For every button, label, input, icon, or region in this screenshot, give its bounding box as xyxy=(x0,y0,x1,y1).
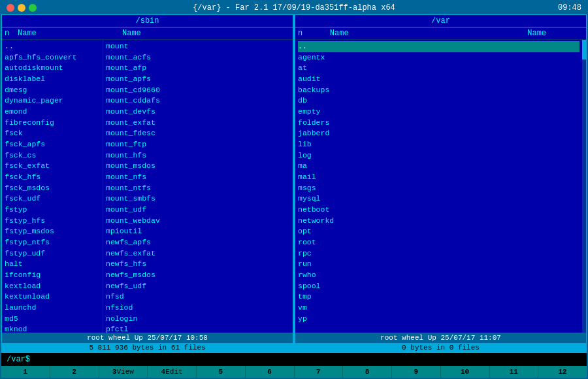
right-file-item[interactable]: yp xyxy=(298,314,580,325)
right-file-item[interactable]: mysql xyxy=(298,193,580,205)
left-file-list[interactable]: ..apfs_hfs_convertautodiskmountdisklabel… xyxy=(2,40,103,333)
left-file-item-right[interactable]: nologin xyxy=(106,314,290,325)
right-file-item[interactable]: log xyxy=(298,150,580,161)
scrollbar[interactable] xyxy=(582,40,586,333)
right-file-item[interactable]: agentx xyxy=(298,52,580,63)
left-file-item-right[interactable]: mount_nfs xyxy=(106,172,290,183)
left-file-item-right[interactable]: mount_fdesc xyxy=(106,128,290,139)
left-file-item[interactable]: fstyp_hfs xyxy=(5,216,100,227)
right-file-item[interactable]: vm xyxy=(298,303,580,314)
left-file-item[interactable]: launchd xyxy=(5,303,100,314)
right-file-item[interactable]: netboot xyxy=(298,205,580,216)
fn-key-10[interactable]: 10 xyxy=(441,366,490,378)
fn-key-6[interactable]: 6 xyxy=(246,366,295,378)
left-file-item-right[interactable]: mount_cddafs xyxy=(106,95,290,107)
left-file-item-right[interactable]: pfctl xyxy=(106,324,290,333)
left-file-item-right[interactable]: mount xyxy=(106,41,290,52)
left-file-item-right[interactable]: mount_smbfs xyxy=(106,193,290,205)
right-file-item[interactable]: rwho xyxy=(298,270,580,281)
left-file-item[interactable]: apfs_hfs_convert xyxy=(5,52,100,63)
left-file-item-right[interactable]: newfs_hfs xyxy=(106,259,290,270)
left-file-item-right[interactable]: mount_hfs xyxy=(106,150,290,161)
left-file-item-right[interactable]: mount_afp xyxy=(106,63,290,74)
fn-key-1[interactable]: 1 xyxy=(1,366,50,378)
right-file-item[interactable]: audit xyxy=(298,74,580,85)
right-file-list[interactable]: ..agentxatauditbackupsdbemptyfoldersjabb… xyxy=(295,40,582,333)
left-file-item[interactable]: fsck_cs xyxy=(5,150,100,161)
left-file-item[interactable]: md5 xyxy=(5,314,100,325)
left-file-item[interactable]: autodiskmount xyxy=(5,63,100,74)
close-button[interactable] xyxy=(7,4,14,12)
left-file-item[interactable]: fsck_apfs xyxy=(5,139,100,150)
right-file-item[interactable]: opt xyxy=(298,226,580,237)
right-file-item[interactable]: run xyxy=(298,259,580,270)
right-file-item[interactable]: networkd xyxy=(298,216,580,227)
left-file-item-right[interactable]: mount_webdav xyxy=(106,216,290,227)
left-file-item-right[interactable]: mount_acfs xyxy=(106,52,290,63)
right-file-item[interactable]: folders xyxy=(298,118,580,129)
fn-key-12[interactable]: 12 xyxy=(538,366,587,378)
left-file-item[interactable]: mknod xyxy=(5,324,100,333)
fn-key-5[interactable]: 5 xyxy=(197,366,246,378)
fn-key-11[interactable]: 11 xyxy=(490,366,539,378)
right-file-item[interactable]: msgs xyxy=(298,183,580,194)
fn-key-9[interactable]: 9 xyxy=(392,366,441,378)
left-file-item-right[interactable]: newfs_udf xyxy=(106,281,290,292)
left-file-item-right[interactable]: nfsiod xyxy=(106,303,290,314)
left-file-item-right[interactable]: newfs_exfat xyxy=(106,248,290,259)
left-file-item-right[interactable]: newfs_apfs xyxy=(106,237,290,248)
fn-key-2[interactable]: 2 xyxy=(50,366,99,378)
left-file-item[interactable]: fibreconfig xyxy=(5,118,100,129)
right-file-item[interactable]: spool xyxy=(298,281,580,292)
left-file-item-right[interactable]: mount_msdos xyxy=(106,161,290,172)
left-file-item-right[interactable]: mount_devfs xyxy=(106,107,290,118)
right-file-item[interactable]: ma xyxy=(298,161,580,172)
left-file-item[interactable]: dmesg xyxy=(5,85,100,96)
left-file-item[interactable]: kextload xyxy=(5,281,100,292)
maximize-button[interactable] xyxy=(29,4,37,12)
left-file-item[interactable]: fstyp_udf xyxy=(5,248,100,259)
right-file-item[interactable]: empty xyxy=(298,107,580,118)
left-file-item[interactable]: ifconfig xyxy=(5,270,100,281)
left-file-item[interactable]: fsck_exfat xyxy=(5,161,100,172)
left-file-item-right[interactable]: mount_apfs xyxy=(106,74,290,85)
scrollbar-thumb[interactable] xyxy=(582,40,586,59)
left-file-item[interactable]: fstyp_ntfs xyxy=(5,237,100,248)
right-file-item[interactable]: backups xyxy=(298,85,580,96)
left-file-item-right[interactable]: nfsd xyxy=(106,291,290,303)
left-file-item-right[interactable]: mount_udf xyxy=(106,205,290,216)
right-file-item[interactable]: at xyxy=(298,63,580,74)
fn-key-4[interactable]: 4Edit xyxy=(148,366,197,378)
fn-key-3[interactable]: 3View xyxy=(99,366,148,378)
left-file-item[interactable]: fsck_udf xyxy=(5,193,100,205)
left-file-item[interactable]: disklabel xyxy=(5,74,100,85)
minimize-button[interactable] xyxy=(18,4,25,12)
left-file-item-right[interactable]: mount_ntfs xyxy=(106,183,290,194)
left-file-item-right[interactable]: mpioutil xyxy=(106,226,290,237)
left-file-item[interactable]: fstyp xyxy=(5,205,100,216)
left-file-item[interactable]: kextunload xyxy=(5,291,100,303)
right-file-item[interactable]: db xyxy=(298,95,580,107)
left-file-item[interactable]: halt xyxy=(5,259,100,270)
right-file-item[interactable]: lib xyxy=(298,139,580,150)
left-file-list-right[interactable]: mountmount_acfsmount_afpmount_apfsmount_… xyxy=(103,40,293,333)
left-file-item[interactable]: fsck xyxy=(5,128,100,139)
left-file-item-right[interactable]: mount_exfat xyxy=(106,118,290,129)
right-file-item[interactable]: .. xyxy=(298,41,580,52)
right-file-item[interactable]: tmp xyxy=(298,291,580,303)
fn-key-8[interactable]: 8 xyxy=(343,366,392,378)
right-file-item[interactable]: jabberd xyxy=(298,128,580,139)
left-file-item[interactable]: .. xyxy=(5,41,100,52)
left-file-item[interactable]: dynamic_pager xyxy=(5,95,100,107)
left-file-item[interactable]: emond xyxy=(5,107,100,118)
right-file-item[interactable]: rpc xyxy=(298,248,580,259)
right-file-item[interactable]: mail xyxy=(298,172,580,183)
command-line[interactable]: /var$ xyxy=(1,353,587,366)
left-file-item-right[interactable]: newfs_msdos xyxy=(106,270,290,281)
left-file-item-right[interactable]: mount_cd9660 xyxy=(106,85,290,96)
left-file-item-right[interactable]: mount_ftp xyxy=(106,139,290,150)
fn-key-7[interactable]: 7 xyxy=(295,366,344,378)
right-file-item[interactable]: root xyxy=(298,237,580,248)
left-file-item[interactable]: fstyp_msdos xyxy=(5,226,100,237)
left-file-item[interactable]: fsck_msdos xyxy=(5,183,100,194)
